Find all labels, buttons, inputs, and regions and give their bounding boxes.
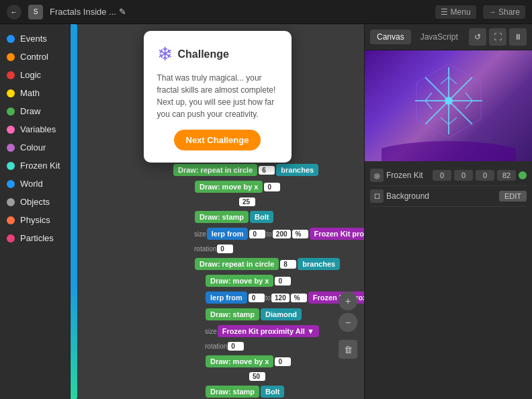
sidebar-item-colour[interactable]: Colour — [0, 138, 70, 157]
move-x-val-3[interactable]: 0 — [275, 357, 291, 366]
sidebar-item-logic[interactable]: Logic — [0, 66, 70, 84]
sidebar-item-physics[interactable]: Physics — [0, 211, 70, 229]
move-x-2: Draw: move by x 0 — [205, 274, 364, 287]
stamp-block-1[interactable]: Draw: stamp — [195, 211, 249, 223]
y-val-1: 25 — [238, 197, 364, 207]
tab-javascript[interactable]: JavaScript — [414, 30, 465, 44]
bolt-label-2[interactable]: Bolt — [261, 386, 284, 398]
frozen-kit-val-1[interactable]: 0 — [433, 170, 451, 181]
tab-canvas[interactable]: Canvas — [370, 30, 411, 44]
logic-dot — [7, 71, 15, 79]
branches-val-1[interactable]: 6 — [259, 166, 275, 175]
rotation-label-2: rotation — [205, 343, 227, 350]
snowflake-icon: ❄ — [157, 43, 173, 65]
sidebar-item-draw[interactable]: Draw — [0, 102, 70, 120]
svg-line-6 — [441, 118, 449, 124]
lerp-to-2[interactable]: 120 — [271, 294, 290, 302]
lerp-block-2[interactable]: lerp from — [206, 292, 247, 304]
menu-button[interactable]: ☰ Menu — [435, 5, 476, 19]
svg-line-5 — [449, 77, 457, 84]
sidebar-item-particles[interactable]: Particles — [0, 229, 70, 247]
particles-dot — [7, 234, 15, 242]
world-label: World — [20, 179, 43, 189]
challenge-header: ❄ Challenge — [157, 43, 278, 65]
sidebar-item-math[interactable]: Math — [0, 84, 70, 102]
size-label-1: size — [194, 230, 206, 238]
back-button[interactable]: ← — [7, 5, 21, 19]
sidebar-item-world[interactable]: World — [0, 175, 70, 193]
fullscreen-button[interactable]: ⛶ — [489, 28, 506, 46]
objects-label: Objects — [20, 197, 50, 207]
world-dot — [7, 180, 15, 188]
lerp-pct-1[interactable]: % — [292, 230, 308, 238]
y-val-input-1[interactable]: 25 — [239, 197, 255, 206]
sidebar-item-variables[interactable]: Variables — [0, 120, 70, 138]
frozen-kit-dot — [7, 162, 15, 170]
share-button[interactable]: → Share — [483, 5, 525, 19]
center-dot — [445, 97, 453, 105]
next-challenge-button[interactable]: Next Challenge — [174, 130, 261, 150]
particles-label: Particles — [20, 233, 54, 243]
stamp-bolt-2: Draw: stamp Bolt — [205, 385, 364, 398]
repeat-circle-block-2[interactable]: Draw: repeat in circle — [195, 258, 279, 270]
frozen-kit-val-2[interactable]: 0 — [454, 170, 473, 181]
bolt-label-1[interactable]: Bolt — [250, 211, 273, 223]
stamp-bolt-1: Draw: stamp Bolt — [194, 210, 364, 224]
rotation-val-2[interactable]: 0 — [228, 342, 244, 351]
move-x-block-2[interactable]: Draw: move by x — [206, 275, 273, 287]
move-x-val-2[interactable]: 0 — [275, 277, 291, 285]
control-label: Control — [20, 52, 48, 62]
move-x-val-1[interactable]: 0 — [264, 183, 280, 191]
sidebar-item-frozen-kit[interactable]: Frozen Kit — [0, 157, 70, 175]
frozen-kit-prox-3[interactable]: Frozen Kit proximity All ▼ — [218, 325, 319, 337]
lerp-from-2[interactable]: 0 — [249, 294, 265, 302]
pause-button[interactable]: ⏸ — [509, 28, 527, 46]
rotation-val-1[interactable]: 0 — [217, 245, 233, 253]
branches-label-2[interactable]: branches — [298, 258, 340, 270]
background-edit-button[interactable]: EDIT — [499, 191, 527, 202]
zoom-controls: + − 🗑 — [339, 292, 357, 359]
branches-val-2[interactable]: 8 — [280, 260, 296, 269]
lerp-pct-2[interactable]: % — [291, 294, 307, 302]
lerp-block-1[interactable]: lerp from — [207, 228, 249, 240]
lerp-to-1[interactable]: 200 — [273, 230, 291, 238]
svg-line-9 — [425, 101, 432, 109]
sidebar: EventsControlLogicMathDrawVariablesColou… — [0, 24, 71, 399]
zoom-out-button[interactable]: − — [339, 313, 357, 332]
objects-dot — [7, 198, 15, 206]
frozen-kit-val-4[interactable]: 82 — [497, 170, 516, 181]
events-label: Events — [20, 34, 47, 44]
diamond-label[interactable]: Diamond — [261, 308, 302, 320]
physics-dot — [7, 216, 15, 224]
frozen-kit-val-3[interactable]: 0 — [476, 170, 494, 181]
blocks-area[interactable]: ❄ Challenge That was truly magical... yo… — [71, 24, 364, 399]
frozen-kit-property: ◎ Frozen Kit 0 0 0 82 — [370, 165, 527, 186]
main-area: EventsControlLogicMathDrawVariablesColou… — [0, 24, 532, 399]
y-val-input-2[interactable]: 50 — [249, 372, 265, 381]
control-dot — [7, 53, 15, 61]
draw-label: Draw — [20, 106, 40, 116]
move-x-block-1[interactable]: Draw: move by x — [195, 181, 263, 193]
y-val-2: 50 — [249, 371, 364, 382]
stamp-block-3[interactable]: Draw: stamp — [206, 386, 259, 398]
refresh-button[interactable]: ↺ — [469, 28, 486, 46]
delete-button[interactable]: 🗑 — [339, 340, 357, 359]
size-lerp-1: size lerp from 0 to 200 % Frozen Kit pro… — [194, 227, 364, 240]
sidebar-item-events[interactable]: Events — [0, 30, 70, 48]
frozen-kit-prox-1[interactable]: Frozen Kit proximity All ▼ — [310, 228, 364, 240]
sidebar-item-objects[interactable]: Objects — [0, 193, 70, 211]
zoom-in-button[interactable]: + — [339, 292, 357, 310]
sidebar-item-control[interactable]: Control — [0, 48, 70, 66]
right-panel: Canvas JavaScript ↺ ⛶ ⏸ — [364, 24, 532, 399]
topbar: ← S Fractals Inside ... ✎ ☰ Menu → Share — [0, 0, 532, 24]
variables-dot — [7, 126, 15, 134]
repeat-circle-block-1[interactable]: Draw: repeat in circle — [173, 164, 257, 176]
lerp-from-1[interactable]: 0 — [249, 230, 265, 238]
svg-line-7 — [449, 118, 457, 124]
challenge-title: Challenge — [178, 48, 229, 60]
stamp-block-2[interactable]: Draw: stamp — [206, 308, 259, 320]
move-x-block-3[interactable]: Draw: move by x — [206, 355, 273, 367]
branches-label-1[interactable]: branches — [276, 164, 318, 176]
colour-dot — [7, 144, 15, 152]
rotation-label-1: rotation — [194, 245, 216, 253]
